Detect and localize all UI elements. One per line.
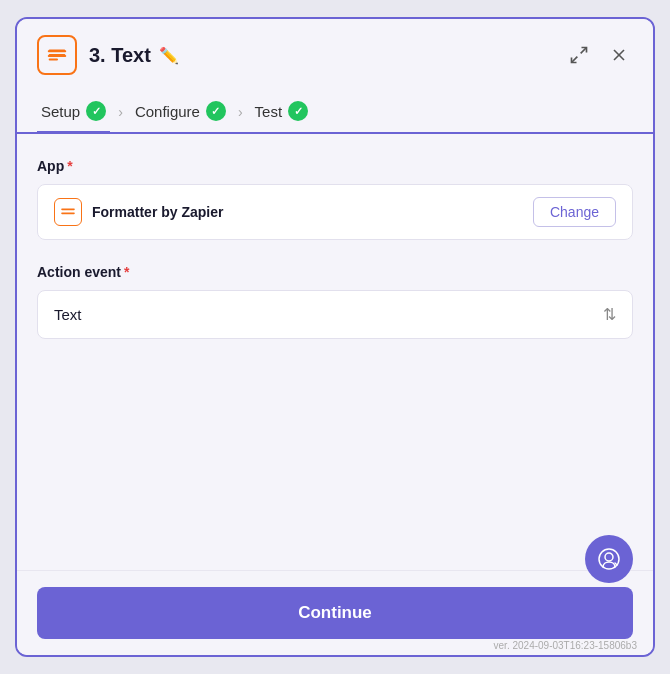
expand-button[interactable] xyxy=(565,41,593,69)
close-button[interactable] xyxy=(605,41,633,69)
tab-configure-label: Configure xyxy=(135,103,200,120)
modal: 3. Text ✏️ Setup ✓ xyxy=(15,17,655,657)
tab-configure[interactable]: Configure ✓ xyxy=(131,91,230,134)
modal-header: 3. Text ✏️ xyxy=(17,19,653,91)
edit-icon[interactable]: ✏️ xyxy=(159,46,179,65)
svg-line-2 xyxy=(581,48,587,54)
tab-setup[interactable]: Setup ✓ xyxy=(37,91,110,134)
app-field: Formatter by Zapier Change xyxy=(37,184,633,240)
continue-button[interactable]: Continue xyxy=(37,587,633,639)
tab-test[interactable]: Test ✓ xyxy=(251,91,313,134)
chat-button[interactable] xyxy=(585,535,633,583)
action-event-field: Action event* Text ⇅ xyxy=(37,264,633,339)
tab-sep-2: › xyxy=(234,104,247,120)
svg-point-9 xyxy=(605,553,613,561)
chevron-updown-icon: ⇅ xyxy=(603,305,616,324)
action-event-label: Action event* xyxy=(37,264,633,280)
version-text: ver. 2024-09-03T16:23-15806b3 xyxy=(494,640,637,651)
tab-setup-check: ✓ xyxy=(86,101,106,121)
modal-footer: Continue ver. 2024-09-03T16:23-15806b3 xyxy=(17,570,653,655)
action-required-star: * xyxy=(124,264,129,280)
tab-configure-check: ✓ xyxy=(206,101,226,121)
modal-title: 3. Text ✏️ xyxy=(89,44,553,67)
app-field-left: Formatter by Zapier xyxy=(54,198,223,226)
modal-body: App* Formatter by Zapier Change Action e… xyxy=(17,134,653,570)
title-text: 3. Text xyxy=(89,44,151,67)
tab-setup-label: Setup xyxy=(41,103,80,120)
change-button[interactable]: Change xyxy=(533,197,616,227)
app-field-icon xyxy=(54,198,82,226)
svg-point-8 xyxy=(599,549,619,569)
app-required-star: * xyxy=(67,158,72,174)
tab-test-check: ✓ xyxy=(288,101,308,121)
svg-line-3 xyxy=(572,57,578,63)
header-actions xyxy=(565,41,633,69)
tab-test-label: Test xyxy=(255,103,283,120)
tabs: Setup ✓ › Configure ✓ › Test ✓ xyxy=(17,91,653,134)
action-event-value: Text xyxy=(54,306,82,323)
app-field-label: App* xyxy=(37,158,633,174)
tab-sep-1: › xyxy=(114,104,127,120)
app-field-name: Formatter by Zapier xyxy=(92,204,223,220)
action-event-select[interactable]: Text ⇅ xyxy=(37,290,633,339)
app-icon xyxy=(37,35,77,75)
